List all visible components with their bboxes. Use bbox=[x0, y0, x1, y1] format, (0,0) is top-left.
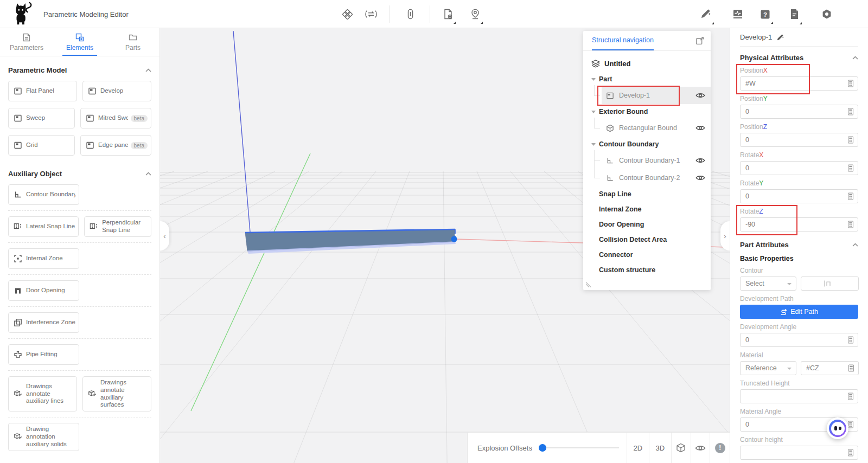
help-icon[interactable]: ? bbox=[758, 8, 771, 21]
calculator-icon[interactable] bbox=[847, 108, 854, 115]
tree-group-collision-detect-area[interactable]: Collision Detect Area bbox=[583, 232, 711, 247]
element-button-mitred-swee[interactable]: Mitred Sweebeta bbox=[80, 108, 151, 128]
tree-item-body[interactable]: Contour Boundary-2 bbox=[602, 169, 711, 187]
rightpanel-collapse-handle[interactable]: › bbox=[720, 221, 730, 250]
rotate-x-input[interactable]: 0 bbox=[740, 161, 858, 175]
element-button-lateral-snap-line[interactable]: Lateral Snap Line bbox=[8, 216, 79, 237]
element-button-edge-panel[interactable]: Edge panelbeta bbox=[80, 135, 151, 156]
tree-item-body[interactable]: Contour Boundary-1 bbox=[602, 152, 711, 169]
rotate-z-input[interactable]: -90 bbox=[740, 217, 858, 232]
pin-settings-icon[interactable] bbox=[469, 8, 482, 21]
tree-group-internal-zone[interactable]: Internal Zone bbox=[583, 202, 711, 217]
link-icon[interactable] bbox=[404, 8, 417, 21]
view-3d-button[interactable]: 3D bbox=[649, 433, 672, 463]
tree-item-contour-boundary-2[interactable]: Contour Boundary-2 bbox=[583, 169, 711, 187]
rename-pencil-icon[interactable] bbox=[776, 34, 784, 41]
element-button-door-opening[interactable]: Door Opening bbox=[8, 280, 79, 301]
calculator-icon[interactable] bbox=[847, 164, 854, 172]
part-attributes-header[interactable]: Part Attributes bbox=[740, 236, 858, 254]
tab-parts[interactable]: Parts bbox=[106, 28, 159, 56]
element-button-sweep[interactable]: Sweep bbox=[8, 108, 75, 128]
slider-track[interactable] bbox=[539, 447, 619, 448]
tree-item-body[interactable]: Rectangular Bound bbox=[602, 119, 711, 137]
component-icon[interactable] bbox=[341, 8, 354, 21]
element-button-perpendicular-snap-line[interactable]: Perpendicular Snap Line bbox=[84, 216, 151, 237]
element-button-develop[interactable]: Develop bbox=[82, 81, 151, 101]
tab-elements[interactable]: Elements bbox=[53, 28, 106, 56]
section-header[interactable]: Auxiliary Object bbox=[8, 162, 151, 180]
tree-item-body[interactable]: Develop-1 bbox=[602, 87, 711, 104]
contour-shape-box[interactable] bbox=[801, 276, 859, 291]
element-button-drawings-annotate-auxiliary-surfaces[interactable]: Drawings annotate auxiliary surfaces bbox=[82, 376, 151, 411]
tree-root-untitled[interactable]: Untitled bbox=[583, 55, 711, 72]
development-angle-input[interactable]: 0 bbox=[740, 333, 858, 347]
tab-parameters[interactable]: Parameters bbox=[0, 28, 53, 56]
tree-item-develop-1[interactable]: Develop-1 bbox=[583, 87, 711, 104]
calculator-icon[interactable] bbox=[847, 336, 854, 344]
position-y-input[interactable]: 0 bbox=[740, 105, 858, 119]
calculator-icon[interactable] bbox=[847, 136, 854, 144]
slider-thumb[interactable] bbox=[539, 444, 546, 452]
beam-object[interactable] bbox=[245, 229, 456, 254]
calculator-icon[interactable] bbox=[847, 192, 854, 200]
visibility-eye-icon[interactable] bbox=[695, 92, 705, 99]
element-button-pipe-fitting[interactable]: Pipe Fitting bbox=[8, 344, 79, 365]
expand-panel-icon[interactable] bbox=[695, 36, 704, 45]
calculator-icon[interactable] bbox=[847, 364, 855, 372]
element-button-contour-boundary[interactable]: Contour Boundary bbox=[8, 184, 79, 205]
contour-select[interactable]: Select bbox=[740, 276, 796, 291]
edit-pencil-icon[interactable] bbox=[699, 8, 712, 21]
position-z-input[interactable]: 0 bbox=[740, 133, 858, 147]
file-settings-icon[interactable] bbox=[442, 8, 455, 21]
button-row: Door Opening bbox=[8, 280, 151, 307]
element-button-grid[interactable]: Grid bbox=[8, 135, 75, 156]
physical-attributes-header[interactable]: Physical Attributes bbox=[740, 47, 858, 67]
tree-group-exterior-bound[interactable]: Exterior Bound bbox=[583, 104, 711, 119]
element-button-drawing-annotation-auxiliary-solids[interactable]: Drawing annotation auxiliary solids bbox=[8, 423, 79, 451]
visibility-eye-icon[interactable] bbox=[695, 175, 705, 181]
view-2d-button[interactable]: 2D bbox=[627, 433, 649, 463]
tree-item-contour-boundary-1[interactable]: Contour Boundary-1 bbox=[583, 152, 711, 169]
beam-corner-handle[interactable] bbox=[455, 234, 457, 236]
material-select[interactable]: Reference bbox=[740, 361, 796, 375]
tree-group-part[interactable]: Part bbox=[583, 72, 711, 87]
info-warning-button[interactable]: ! bbox=[710, 433, 730, 463]
element-button-interference-zone[interactable]: Interference Zone bbox=[8, 312, 79, 333]
calculator-icon[interactable] bbox=[847, 221, 854, 228]
element-button-flat-panel[interactable]: Flat Panel bbox=[8, 81, 77, 101]
tree-group-custom-structure[interactable]: Custom structure bbox=[583, 262, 711, 278]
settings-nut-icon[interactable] bbox=[820, 8, 833, 21]
beam-endpoint-handle[interactable] bbox=[451, 236, 457, 242]
activity-icon[interactable] bbox=[731, 8, 744, 21]
explosion-offsets-slider[interactable] bbox=[539, 444, 619, 452]
tree-group-snap-line[interactable]: Snap Line bbox=[583, 187, 711, 202]
calculator-icon[interactable] bbox=[847, 393, 854, 400]
edit-path-button[interactable]: Edit Path bbox=[740, 305, 858, 319]
visibility-button[interactable] bbox=[691, 433, 711, 463]
rotate-y-input[interactable]: 0 bbox=[740, 189, 858, 203]
contour-height-input[interactable] bbox=[740, 446, 858, 460]
element-button-internal-zone[interactable]: Internal Zone bbox=[8, 248, 79, 269]
section-header[interactable]: Parametric Model bbox=[8, 59, 151, 76]
panel-resize-handle[interactable] bbox=[586, 282, 591, 287]
truncated-height-input[interactable] bbox=[740, 389, 858, 403]
visibility-eye-icon[interactable] bbox=[695, 125, 705, 131]
viewport-3d[interactable]: ‹ › Structural navigation Untitled Part … bbox=[160, 28, 730, 463]
swap-icon[interactable] bbox=[365, 8, 378, 21]
visibility-eye-icon[interactable] bbox=[695, 157, 705, 164]
tree-item-rectangular-bound[interactable]: Rectangular Bound bbox=[583, 119, 711, 137]
sidebar-collapse-handle[interactable]: ‹ bbox=[160, 221, 169, 250]
tree-group-door-opening[interactable]: Door Opening bbox=[583, 217, 711, 232]
element-button-drawings-annotate-auxiliary-lines[interactable]: Drawings annotate auxiliary lines bbox=[8, 376, 77, 411]
cube-icon bbox=[676, 443, 686, 453]
document-icon[interactable] bbox=[788, 8, 801, 21]
tree-group-contour-boundary[interactable]: Contour Boundary bbox=[583, 137, 711, 152]
material-reference-input[interactable]: #CZ bbox=[801, 361, 859, 375]
calculator-icon[interactable] bbox=[847, 80, 854, 87]
position-x-input[interactable]: #W bbox=[740, 76, 858, 91]
assistant-widget[interactable] bbox=[827, 417, 848, 439]
calculator-icon[interactable] bbox=[847, 449, 854, 456]
cube-view-button[interactable] bbox=[672, 433, 691, 463]
structural-nav-tab[interactable]: Structural navigation bbox=[592, 31, 654, 50]
tree-group-connector[interactable]: Connector bbox=[583, 247, 711, 262]
